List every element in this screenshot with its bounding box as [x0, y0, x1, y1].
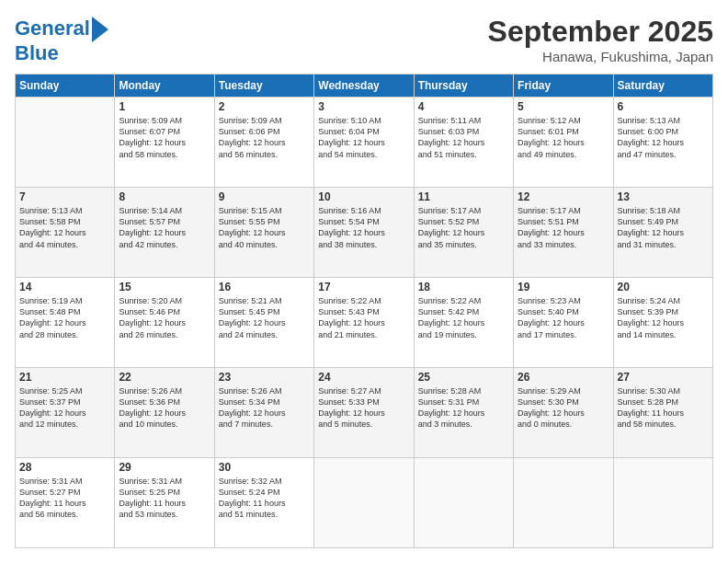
- day-info: Sunrise: 5:17 AM Sunset: 5:51 PM Dayligh…: [518, 205, 609, 250]
- day-info: Sunrise: 5:20 AM Sunset: 5:46 PM Dayligh…: [119, 295, 210, 340]
- day-number: 28: [19, 461, 110, 474]
- day-info: Sunrise: 5:31 AM Sunset: 5:25 PM Dayligh…: [119, 476, 210, 521]
- header: General Blue September 2025 Hanawa, Fuku…: [15, 15, 713, 64]
- table-row: 25Sunrise: 5:28 AM Sunset: 5:31 PM Dayli…: [414, 368, 513, 458]
- day-number: 17: [318, 281, 409, 293]
- calendar-week-row: 14Sunrise: 5:19 AM Sunset: 5:48 PM Dayli…: [16, 278, 713, 368]
- day-number: 3: [318, 100, 409, 113]
- location-title: Hanawa, Fukushima, Japan: [488, 49, 713, 64]
- table-row: 29Sunrise: 5:31 AM Sunset: 5:25 PM Dayli…: [115, 458, 214, 548]
- header-thursday: Thursday: [414, 75, 513, 98]
- table-row: 4Sunrise: 5:11 AM Sunset: 6:03 PM Daylig…: [414, 98, 513, 188]
- logo-arrow-icon: [92, 17, 108, 42]
- day-info: Sunrise: 5:09 AM Sunset: 6:07 PM Dayligh…: [119, 115, 210, 160]
- calendar-week-row: 28Sunrise: 5:31 AM Sunset: 5:27 PM Dayli…: [16, 458, 713, 548]
- logo-blue-text: Blue: [15, 42, 59, 64]
- day-number: 12: [518, 190, 609, 203]
- header-friday: Friday: [514, 75, 613, 98]
- day-number: 1: [119, 100, 210, 113]
- day-number: 15: [119, 281, 210, 293]
- table-row: 5Sunrise: 5:12 AM Sunset: 6:01 PM Daylig…: [514, 98, 613, 188]
- day-info: Sunrise: 5:32 AM Sunset: 5:24 PM Dayligh…: [219, 476, 310, 521]
- day-number: 23: [219, 371, 310, 384]
- day-number: 9: [219, 190, 310, 203]
- logo: General Blue: [15, 15, 108, 64]
- day-info: Sunrise: 5:22 AM Sunset: 5:43 PM Dayligh…: [318, 295, 409, 340]
- table-row: [314, 458, 414, 548]
- table-row: 9Sunrise: 5:15 AM Sunset: 5:55 PM Daylig…: [214, 188, 313, 278]
- day-info: Sunrise: 5:26 AM Sunset: 5:36 PM Dayligh…: [119, 385, 210, 431]
- header-saturday: Saturday: [613, 75, 712, 98]
- day-number: 6: [618, 100, 709, 113]
- calendar-week-row: 1Sunrise: 5:09 AM Sunset: 6:07 PM Daylig…: [16, 98, 713, 188]
- page: General Blue September 2025 Hanawa, Fuku…: [0, 0, 728, 563]
- table-row: 24Sunrise: 5:27 AM Sunset: 5:33 PM Dayli…: [314, 368, 414, 458]
- table-row: [514, 458, 613, 548]
- day-number: 16: [219, 281, 310, 293]
- day-info: Sunrise: 5:09 AM Sunset: 6:06 PM Dayligh…: [219, 115, 310, 160]
- day-number: 8: [119, 190, 210, 203]
- calendar-week-row: 7Sunrise: 5:13 AM Sunset: 5:58 PM Daylig…: [16, 188, 713, 278]
- day-info: Sunrise: 5:13 AM Sunset: 6:00 PM Dayligh…: [618, 115, 709, 160]
- table-row: 7Sunrise: 5:13 AM Sunset: 5:58 PM Daylig…: [16, 188, 115, 278]
- table-row: 1Sunrise: 5:09 AM Sunset: 6:07 PM Daylig…: [115, 98, 214, 188]
- day-info: Sunrise: 5:15 AM Sunset: 5:55 PM Dayligh…: [219, 205, 310, 250]
- day-info: Sunrise: 5:18 AM Sunset: 5:49 PM Dayligh…: [618, 205, 709, 250]
- day-number: 14: [19, 281, 110, 293]
- header-sunday: Sunday: [16, 75, 115, 98]
- table-row: [16, 98, 115, 188]
- day-info: Sunrise: 5:17 AM Sunset: 5:52 PM Dayligh…: [418, 205, 509, 250]
- day-number: 25: [418, 371, 509, 384]
- table-row: 19Sunrise: 5:23 AM Sunset: 5:40 PM Dayli…: [514, 278, 613, 368]
- calendar-table: Sunday Monday Tuesday Wednesday Thursday…: [15, 74, 713, 548]
- weekday-header-row: Sunday Monday Tuesday Wednesday Thursday…: [16, 75, 713, 98]
- day-info: Sunrise: 5:16 AM Sunset: 5:54 PM Dayligh…: [318, 205, 409, 250]
- day-number: 2: [219, 100, 310, 113]
- table-row: 26Sunrise: 5:29 AM Sunset: 5:30 PM Dayli…: [514, 368, 613, 458]
- table-row: 16Sunrise: 5:21 AM Sunset: 5:45 PM Dayli…: [214, 278, 313, 368]
- day-number: 21: [19, 371, 110, 384]
- day-number: 29: [119, 461, 210, 474]
- logo-text: General: [15, 17, 90, 40]
- table-row: 23Sunrise: 5:26 AM Sunset: 5:34 PM Dayli…: [214, 368, 313, 458]
- table-row: 3Sunrise: 5:10 AM Sunset: 6:04 PM Daylig…: [314, 98, 414, 188]
- day-number: 20: [618, 281, 709, 293]
- title-block: September 2025 Hanawa, Fukushima, Japan: [488, 15, 713, 64]
- day-number: 19: [518, 281, 609, 293]
- day-number: 22: [119, 371, 210, 384]
- day-info: Sunrise: 5:30 AM Sunset: 5:28 PM Dayligh…: [618, 385, 709, 431]
- day-info: Sunrise: 5:23 AM Sunset: 5:40 PM Dayligh…: [518, 295, 609, 340]
- day-info: Sunrise: 5:31 AM Sunset: 5:27 PM Dayligh…: [19, 476, 110, 521]
- table-row: 28Sunrise: 5:31 AM Sunset: 5:27 PM Dayli…: [16, 458, 115, 548]
- table-row: 14Sunrise: 5:19 AM Sunset: 5:48 PM Dayli…: [16, 278, 115, 368]
- day-number: 10: [318, 190, 409, 203]
- table-row: 18Sunrise: 5:22 AM Sunset: 5:42 PM Dayli…: [414, 278, 513, 368]
- day-number: 4: [418, 100, 509, 113]
- day-info: Sunrise: 5:10 AM Sunset: 6:04 PM Dayligh…: [318, 115, 409, 160]
- day-info: Sunrise: 5:11 AM Sunset: 6:03 PM Dayligh…: [418, 115, 509, 160]
- table-row: 10Sunrise: 5:16 AM Sunset: 5:54 PM Dayli…: [314, 188, 414, 278]
- day-number: 13: [618, 190, 709, 203]
- table-row: 2Sunrise: 5:09 AM Sunset: 6:06 PM Daylig…: [214, 98, 313, 188]
- table-row: [613, 458, 712, 548]
- header-monday: Monday: [115, 75, 214, 98]
- table-row: [414, 458, 513, 548]
- day-info: Sunrise: 5:22 AM Sunset: 5:42 PM Dayligh…: [418, 295, 509, 340]
- month-title: September 2025: [488, 15, 713, 49]
- day-info: Sunrise: 5:19 AM Sunset: 5:48 PM Dayligh…: [19, 295, 110, 340]
- day-info: Sunrise: 5:13 AM Sunset: 5:58 PM Dayligh…: [19, 205, 110, 250]
- table-row: 21Sunrise: 5:25 AM Sunset: 5:37 PM Dayli…: [16, 368, 115, 458]
- day-number: 24: [318, 371, 409, 384]
- table-row: 11Sunrise: 5:17 AM Sunset: 5:52 PM Dayli…: [414, 188, 513, 278]
- day-number: 18: [418, 281, 509, 293]
- header-tuesday: Tuesday: [214, 75, 313, 98]
- table-row: 17Sunrise: 5:22 AM Sunset: 5:43 PM Dayli…: [314, 278, 414, 368]
- table-row: 22Sunrise: 5:26 AM Sunset: 5:36 PM Dayli…: [115, 368, 214, 458]
- day-number: 30: [219, 461, 310, 474]
- table-row: 13Sunrise: 5:18 AM Sunset: 5:49 PM Dayli…: [613, 188, 712, 278]
- day-info: Sunrise: 5:26 AM Sunset: 5:34 PM Dayligh…: [219, 385, 310, 431]
- day-info: Sunrise: 5:29 AM Sunset: 5:30 PM Dayligh…: [518, 385, 609, 431]
- table-row: 6Sunrise: 5:13 AM Sunset: 6:00 PM Daylig…: [613, 98, 712, 188]
- day-info: Sunrise: 5:24 AM Sunset: 5:39 PM Dayligh…: [618, 295, 709, 340]
- calendar-week-row: 21Sunrise: 5:25 AM Sunset: 5:37 PM Dayli…: [16, 368, 713, 458]
